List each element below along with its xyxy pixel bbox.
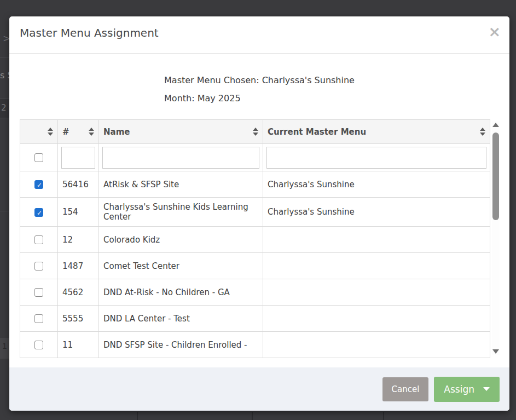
backdrop-row-band xyxy=(0,339,9,359)
row-checkbox[interactable] xyxy=(34,314,43,323)
site-number-cell: 11 xyxy=(58,332,99,358)
column-header-label: # xyxy=(62,127,69,137)
name-filter-input[interactable] xyxy=(102,147,259,169)
row-checkbox[interactable] xyxy=(34,288,43,297)
chevron-down-icon xyxy=(483,387,490,391)
row-checkbox[interactable] xyxy=(34,341,43,349)
backdrop-divider xyxy=(383,412,384,420)
backdrop-row-band xyxy=(0,99,9,118)
current-master-menu-cell xyxy=(263,227,490,253)
number-filter-input[interactable] xyxy=(61,147,95,169)
backdrop-divider xyxy=(0,57,9,57)
assign-button[interactable]: Assign xyxy=(434,377,500,402)
table-row[interactable]: 11 DND SFSP Site - Children Enrolled - xyxy=(20,332,490,358)
site-number-cell: 154 xyxy=(58,198,99,227)
scroll-down-icon[interactable] xyxy=(492,349,499,354)
selection-summary: Master Menu Chosen: Charlyssa's Sunshine… xyxy=(164,71,355,107)
backdrop-divider xyxy=(0,338,9,339)
master-menu-assignment-dialog: Master Menu Assignment × Master Menu Cho… xyxy=(9,16,509,411)
sort-icon[interactable] xyxy=(480,128,485,136)
backdrop-divider xyxy=(0,118,9,118)
site-number-cell: 12 xyxy=(58,227,99,253)
site-name-cell: AtRisk & SFSP Site xyxy=(99,171,263,198)
current-master-menu-cell: Charlyssa's Sunshine xyxy=(263,198,490,227)
table-row[interactable]: 1487 Comet Test Center xyxy=(20,253,490,279)
dialog-footer: Cancel Assign xyxy=(9,367,509,411)
row-checkbox[interactable] xyxy=(34,235,43,244)
select-all-checkbox[interactable] xyxy=(34,153,43,162)
scrollbar-thumb[interactable] xyxy=(492,133,499,220)
site-number-cell: 1487 xyxy=(58,253,99,279)
current-master-menu-cell xyxy=(263,279,490,306)
cancel-button[interactable]: Cancel xyxy=(382,377,429,401)
backdrop-divider xyxy=(137,412,138,420)
table-row[interactable]: 12 Colorado Kidz xyxy=(20,227,490,253)
site-number-cell: 5555 xyxy=(58,306,99,332)
column-header-label: Name xyxy=(103,127,130,137)
site-name-cell: Comet Test Center xyxy=(99,253,263,279)
current-master-menu-cell: Charlyssa's Sunshine xyxy=(263,171,490,198)
table-row[interactable]: 5555 DND LA Center - Test xyxy=(20,306,490,332)
site-name-cell: Charlyssa's Sunshine Kids Learning Cente… xyxy=(99,198,263,227)
sites-table: # Name Current Master Menu xyxy=(20,119,490,358)
master-menu-chosen-text: Master Menu Chosen: Charlyssa's Sunshine xyxy=(164,71,355,89)
site-name-cell: Colorado Kidz xyxy=(99,227,263,253)
sort-icon[interactable] xyxy=(253,128,258,136)
current-master-menu-cell xyxy=(263,306,490,332)
sites-table-container: # Name Current Master Menu xyxy=(20,119,500,359)
column-header-current-master-menu[interactable]: Current Master Menu xyxy=(263,120,490,144)
table-header-row: # Name Current Master Menu xyxy=(20,120,490,144)
table-row[interactable]: 4562 DND At-Risk - No Children - GA xyxy=(20,279,490,306)
backdrop-divider xyxy=(252,412,253,420)
column-header-label: Current Master Menu xyxy=(268,127,366,137)
scroll-up-icon[interactable] xyxy=(492,123,499,127)
column-header-name[interactable]: Name xyxy=(99,120,263,144)
dialog-title: Master Menu Assignment xyxy=(20,26,159,39)
row-checkbox[interactable] xyxy=(34,208,43,217)
sort-icon[interactable] xyxy=(48,128,53,136)
current-master-menu-cell xyxy=(263,332,490,358)
column-header-number[interactable]: # xyxy=(58,120,99,144)
current-master-menu-filter-input[interactable] xyxy=(266,147,486,169)
filter-row xyxy=(20,144,490,171)
close-icon[interactable]: × xyxy=(488,24,501,39)
row-checkbox[interactable] xyxy=(34,262,43,271)
table-row[interactable]: 154 Charlyssa's Sunshine Kids Learning C… xyxy=(20,198,490,227)
table-row[interactable]: 56416 AtRisk & SFSP Site Charlyssa's Sun… xyxy=(20,171,490,198)
table-scrollbar[interactable] xyxy=(492,122,500,355)
site-number-cell: 4562 xyxy=(58,279,99,306)
column-header-select[interactable] xyxy=(20,120,58,144)
sort-icon[interactable] xyxy=(89,128,94,136)
backdrop-divider xyxy=(0,99,9,99)
site-name-cell: DND SFSP Site - Children Enrolled - xyxy=(99,332,263,358)
assign-button-label: Assign xyxy=(444,384,474,395)
site-number-cell: 56416 xyxy=(58,171,99,198)
backdrop-divider xyxy=(0,211,9,211)
dialog-header: Master Menu Assignment × xyxy=(9,16,509,54)
site-name-cell: DND LA Center - Test xyxy=(99,306,263,332)
month-text: Month: May 2025 xyxy=(164,89,355,107)
site-name-cell: DND At-Risk - No Children - GA xyxy=(99,279,263,306)
current-master-menu-cell xyxy=(263,253,490,279)
row-checkbox[interactable] xyxy=(34,180,43,189)
